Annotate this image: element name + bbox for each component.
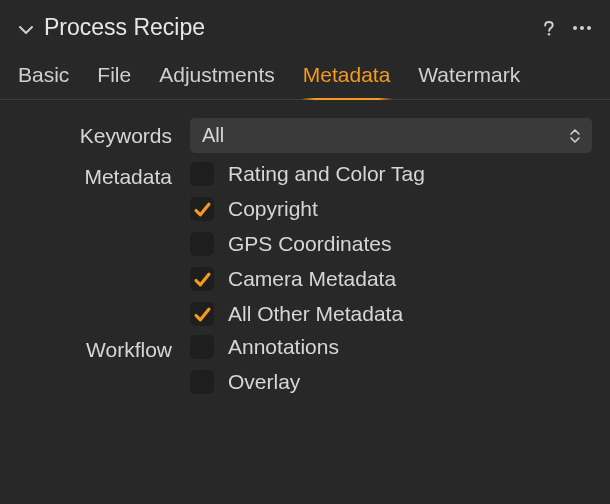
keywords-select-value: All [202,124,224,147]
keywords-select[interactable]: All [190,118,592,153]
tab-watermark[interactable]: Watermark [418,63,520,99]
workflow-checkbox-list: Annotations Overlay [190,332,592,394]
metadata-label: Metadata [18,159,190,189]
keywords-label: Keywords [18,118,190,148]
workflow-label: Workflow [18,332,190,362]
checkbox-label[interactable]: All Other Metadata [228,302,403,326]
collapse-toggle-icon[interactable] [18,20,34,36]
checkbox-all-other-metadata[interactable] [190,302,214,326]
tab-metadata[interactable]: Metadata [303,63,391,99]
tab-file[interactable]: File [97,63,131,99]
svg-point-0 [548,32,551,35]
svg-point-1 [573,26,577,30]
checkbox-rating-color-tag[interactable] [190,162,214,186]
tab-basic[interactable]: Basic [18,63,69,99]
checkbox-label[interactable]: Copyright [228,197,318,221]
up-down-stepper-icon [570,129,580,143]
checkbox-label[interactable]: Annotations [228,335,339,359]
checkbox-annotations[interactable] [190,335,214,359]
checkbox-gps[interactable] [190,232,214,256]
svg-point-3 [587,26,591,30]
checkbox-copyright[interactable] [190,197,214,221]
svg-point-2 [580,26,584,30]
checkbox-label[interactable]: Rating and Color Tag [228,162,425,186]
tab-adjustments[interactable]: Adjustments [159,63,275,99]
checkbox-overlay[interactable] [190,370,214,394]
checkbox-label[interactable]: Camera Metadata [228,267,396,291]
tab-bar: Basic File Adjustments Metadata Watermar… [0,51,610,100]
checkbox-label[interactable]: Overlay [228,370,300,394]
checkbox-label[interactable]: GPS Coordinates [228,232,391,256]
more-icon[interactable] [572,25,592,31]
metadata-checkbox-list: Rating and Color Tag Copyright GPS Coord… [190,159,592,326]
help-icon[interactable] [540,19,558,37]
checkbox-camera-metadata[interactable] [190,267,214,291]
panel-title: Process Recipe [44,14,540,41]
